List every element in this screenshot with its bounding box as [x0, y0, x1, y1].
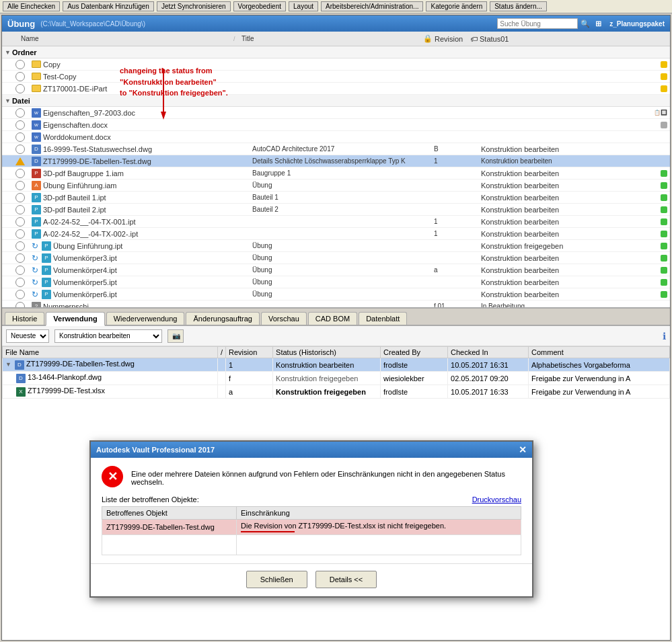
file-title: Übung: [252, 242, 434, 249]
file-name: Übung Einführung.ipt: [53, 242, 122, 250]
dialog-close-button[interactable]: Schließen: [246, 571, 307, 588]
dialog-message-area: ✕ Eine oder mehrere Dateien können aufgr…: [102, 466, 521, 487]
table-row[interactable]: D 13-1464-Plankopf.dwg f Konstruktion fr…: [3, 372, 670, 385]
group-datei-expand[interactable]: ▼: [5, 97, 11, 104]
filter-status-select[interactable]: Konstruktion bearbeiten: [54, 329, 162, 343]
info-icon: ℹ: [663, 331, 666, 342]
checkbox[interactable]: [15, 229, 25, 239]
list-item[interactable]: ZT170001-DE-iPart: [2, 83, 670, 95]
list-item[interactable]: ↻ P Volumenkörper5.ipt Übung Konstruktio…: [2, 276, 670, 288]
list-item[interactable]: P 3D-pdf Bauteil 2.ipt Bauteil 2 Konstru…: [2, 204, 670, 216]
doc-icon: w: [32, 120, 41, 130]
checkbox[interactable]: [15, 60, 25, 69]
col-name-header: Name: [18, 35, 233, 42]
list-item[interactable]: P A-02-24-52__-04-TX-002-.ipt 1 Konstruk…: [2, 228, 670, 240]
toolbar: Alle Einchecken Aus Datenbank Hinzufügen…: [0, 0, 672, 13]
list-item[interactable]: w Worddokument.docx: [2, 131, 670, 143]
checkbox[interactable]: [15, 266, 25, 275]
status-dot: [661, 206, 667, 213]
file-name: Eigenschaften.docx: [43, 121, 108, 129]
ipt-icon: P: [32, 205, 41, 214]
list-item-selected[interactable]: D ZT179999-DE-Tabellen-Test.dwg Details …: [2, 155, 670, 167]
toolbar-btn-admin[interactable]: Arbeitsbereich/Administration...: [321, 1, 423, 11]
toolbar-btn-layout[interactable]: Layout: [289, 1, 318, 11]
toolbar-btn-add[interactable]: Aus Datenbank Hinzufügen: [63, 1, 154, 11]
view-icon[interactable]: ⊞: [595, 19, 601, 28]
tab-verwendung[interactable]: Verwendung: [46, 312, 104, 326]
checkbox[interactable]: [15, 181, 25, 190]
ipt-icon: P: [42, 241, 51, 251]
filter-snapshot-button[interactable]: 📷: [167, 329, 184, 343]
file-name: 16-9999-Test-Statuswechsel.dwg: [43, 145, 152, 153]
list-item[interactable]: Test-Copy: [2, 71, 670, 83]
checkbox[interactable]: [15, 205, 25, 214]
file-revision: B: [434, 145, 481, 153]
file-name: 3D-pdf Bauteil 2.ipt: [43, 206, 106, 214]
checkbox[interactable]: [15, 302, 25, 309]
list-item[interactable]: ↻ P Volumenkörper4.ipt Übung a Konstrukt…: [2, 264, 670, 276]
status-dot: [661, 194, 667, 201]
dialog-print-preview-link[interactable]: Druckvorschau: [472, 495, 521, 504]
checkbox[interactable]: [15, 145, 25, 154]
tab-aenderungsauftrag[interactable]: Änderungsauftrag: [186, 312, 259, 325]
checkbox[interactable]: [15, 278, 25, 287]
tab-historie[interactable]: Historie: [5, 312, 44, 325]
list-item[interactable]: P 3D-pdf Bauteil 1.ipt Bauteil 1 Konstru…: [2, 192, 670, 204]
file-name: Volumenkörper4.ipt: [53, 266, 117, 274]
search-input[interactable]: [497, 18, 578, 29]
tab-wiederverwendung[interactable]: Wiederverwendung: [106, 312, 185, 325]
file-title: Übung: [252, 278, 434, 286]
list-item[interactable]: w Eigenschaften.docx: [2, 119, 670, 131]
checkbox[interactable]: [15, 290, 25, 299]
list-item[interactable]: ↻ P Volumenkörper3.ipt Übung Konstruktio…: [2, 252, 670, 264]
expand-icon[interactable]: ▼: [5, 361, 11, 368]
col-sep: /: [218, 347, 226, 358]
checkbox[interactable]: [15, 108, 25, 118]
checkbox[interactable]: [15, 217, 25, 227]
tab-datenblatt[interactable]: Datenblatt: [359, 312, 407, 325]
list-item[interactable]: P A-02-24-52__-04-TX-001.ipt 1 Konstrukt…: [2, 216, 670, 228]
list-item[interactable]: Copy: [2, 58, 670, 71]
table-row[interactable]: ▼ D ZT179999-DE-Tabellen-Test.dwg 1 Kons…: [3, 358, 670, 372]
status-dot: [661, 170, 667, 177]
list-item[interactable]: w Eigenschaften_97-2003.doc 📋🔲: [2, 107, 670, 119]
checkbox[interactable]: [15, 253, 25, 263]
checkbox[interactable]: [15, 241, 25, 251]
checkbox[interactable]: [15, 132, 25, 142]
dialog-details-button[interactable]: Details <<: [315, 571, 377, 588]
tab-vorschau[interactable]: Vorschau: [261, 312, 307, 325]
file-title: Baugruppe 1: [252, 169, 434, 177]
xlsx-icon: X: [16, 387, 26, 397]
dialog-close-button[interactable]: ✕: [519, 444, 527, 455]
toolbar-btn-status[interactable]: Status ändern...: [490, 1, 547, 11]
tab-cad-bom[interactable]: CAD BOM: [308, 312, 357, 325]
checkbox[interactable]: [15, 169, 25, 178]
toolbar-btn-vorge[interactable]: Vorgeobedient: [233, 1, 287, 11]
list-item[interactable]: ? Nummernschi... f.01 In Bearbeitung...: [2, 300, 670, 309]
toolbar-btn-kategorie[interactable]: Kategorie ändern: [426, 1, 487, 11]
list-item[interactable]: ↻ P Übung Einführung.ipt Übung Konstrukt…: [2, 240, 670, 252]
checkbox[interactable]: [15, 120, 25, 130]
checkbox[interactable]: [15, 193, 25, 202]
toolbar-btn-sync[interactable]: Jetzt Synchronisieren: [157, 1, 231, 11]
file-status: Konstruktion bearbeiten: [481, 278, 559, 286]
cell-filename: X ZT179999-DE-Test.xlsx: [3, 385, 218, 399]
sync-icon: ↻: [32, 266, 38, 275]
title-bar: Übung (C:\Vault_Workspace\CAD\Übung\) 🔍 …: [2, 15, 670, 32]
checkbox[interactable]: [15, 72, 25, 81]
group-ordner-expand[interactable]: ▼: [5, 49, 11, 56]
dialog-col-restriction: Einschränkung: [237, 507, 521, 520]
cell-filename: ▼ D ZT179999-DE-Tabellen-Test.dwg: [3, 358, 218, 372]
list-item[interactable]: D 16-9999-Test-Statuswechsel.dwg AutoCAD…: [2, 143, 670, 155]
cell-comment: Alphabetisches Vorgabeforma: [529, 358, 670, 372]
search-icon[interactable]: 🔍: [581, 19, 590, 28]
list-item[interactable]: P 3D-pdf Baugruppe 1.iam Baugruppe 1 Kon…: [2, 167, 670, 179]
history-table: File Name / Revision Status (Historisch)…: [2, 346, 670, 399]
checkbox[interactable]: [15, 84, 25, 93]
search-area: 🔍 ⊞ z_Planungspaket: [497, 18, 665, 29]
table-row[interactable]: X ZT179999-DE-Test.xlsx a Konstruktion f…: [3, 385, 670, 399]
list-item[interactable]: A Übung Einführung.iam Übung Konstruktio…: [2, 179, 670, 192]
list-item[interactable]: ↻ P Volumenkörper6.ipt Übung Konstruktio…: [2, 288, 670, 300]
toolbar-btn-checkin[interactable]: Alle Einchecken: [3, 1, 60, 11]
filter-neueste-select[interactable]: Neueste: [6, 329, 49, 343]
